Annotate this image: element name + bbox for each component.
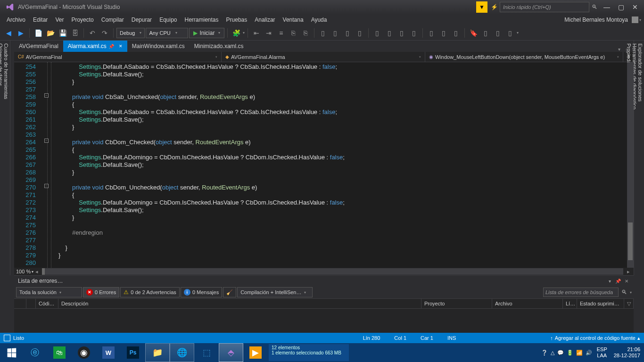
icon-n[interactable]: ▯ bbox=[504, 27, 516, 39]
solution-config-combo[interactable]: Debug bbox=[116, 28, 145, 38]
start-debug-button[interactable]: ▶Iniciar bbox=[189, 28, 224, 38]
signed-in-user[interactable]: Michel Bernales Montoya bbox=[564, 16, 628, 23]
menu-editar[interactable]: Editar bbox=[29, 16, 51, 23]
tab-minimizado[interactable]: Minimizado.xaml.cs bbox=[190, 41, 248, 52]
search-icon[interactable]: 🔍︎ bbox=[589, 4, 600, 10]
menu-proyecto[interactable]: Proyecto bbox=[67, 16, 97, 23]
format-icon[interactable]: ≡ bbox=[275, 27, 287, 39]
menu-herramientas[interactable]: Herramientas bbox=[181, 16, 223, 23]
tray-kb[interactable]: LAA bbox=[597, 353, 607, 359]
zoom-level[interactable]: 100 % bbox=[16, 269, 31, 274]
taskbar-word[interactable]: W bbox=[96, 343, 121, 362]
taskbar-media[interactable]: ▶ bbox=[243, 343, 268, 362]
taskbar-ie[interactable]: ⓔ bbox=[23, 343, 47, 362]
tray-chevron-up-icon[interactable]: △ bbox=[551, 350, 554, 356]
fold-box-icon[interactable]: − bbox=[44, 139, 49, 143]
indent-right-icon[interactable]: ⇥ bbox=[263, 27, 274, 39]
icon-l[interactable]: ▯ bbox=[480, 27, 491, 39]
panel-pin-icon[interactable]: 📌 bbox=[615, 279, 621, 284]
source-control-button[interactable]: ↑ Agregar al control de código fuente ▴ bbox=[550, 335, 640, 341]
icon-f[interactable]: ▯ bbox=[384, 27, 395, 39]
tray-clock[interactable]: 21:0628-12-2017 bbox=[610, 346, 644, 359]
nav-back-button[interactable]: ◀ bbox=[3, 27, 14, 39]
redo-button[interactable]: ↷ bbox=[99, 27, 110, 39]
taskbar-visualstudio[interactable]: ⬘ bbox=[219, 343, 243, 362]
icon-h[interactable]: ▯ bbox=[408, 27, 420, 39]
new-project-button[interactable]: 📄 bbox=[33, 27, 44, 39]
icon-j[interactable]: ▯ bbox=[438, 27, 449, 39]
icon-b[interactable]: ▯ bbox=[330, 27, 341, 39]
icon-g[interactable]: ▯ bbox=[396, 27, 407, 39]
taskbar-app1[interactable]: ◉ bbox=[72, 343, 96, 362]
hscroll-left-icon[interactable]: ◂ bbox=[33, 269, 40, 275]
messages-filter[interactable]: i0 Mensajes bbox=[181, 287, 222, 297]
warnings-filter[interactable]: ⚠0 de 2 Advertencias bbox=[120, 287, 180, 297]
menu-pruebas[interactable]: Pruebas bbox=[223, 16, 251, 23]
save-button[interactable]: 💾 bbox=[57, 27, 68, 39]
icon-k[interactable]: ▯ bbox=[450, 27, 462, 39]
open-file-button[interactable]: 📂 bbox=[45, 27, 56, 39]
tab-mainwindow[interactable]: MainWindow.xaml.cs bbox=[127, 41, 190, 52]
tab-alarma[interactable]: Alarma.xaml.cs📌 bbox=[63, 41, 127, 52]
fold-box-icon[interactable]: − bbox=[44, 184, 49, 188]
icon-i[interactable]: ▯ bbox=[426, 27, 437, 39]
build-intellisense-combo[interactable]: Compilación + IntelliSen… bbox=[237, 287, 313, 297]
tab-avgemmafinal[interactable]: AVGemmaFinal bbox=[14, 41, 63, 52]
taskbar-ps[interactable]: Ps bbox=[121, 343, 145, 362]
feedback-icon[interactable]: ⚡ bbox=[488, 4, 500, 10]
menu-archivo[interactable]: Archivo bbox=[3, 16, 29, 23]
icon-c[interactable]: ▯ bbox=[342, 27, 353, 39]
search-icon[interactable]: 🔍︎ bbox=[619, 289, 629, 296]
start-button[interactable] bbox=[0, 343, 23, 362]
taskbar-vscode[interactable]: ⬚ bbox=[194, 343, 219, 362]
action-center-icon[interactable]: 💬 bbox=[557, 350, 564, 356]
code-editor[interactable]: 254 255 256 257 258 259 260 261 262 263 … bbox=[14, 62, 634, 268]
tray-lang[interactable]: ESP bbox=[597, 346, 607, 353]
minimize-button[interactable]: — bbox=[600, 2, 614, 12]
taskbar-store[interactable]: 🛍 bbox=[47, 343, 72, 362]
errors-filter[interactable]: ✕0 Errores bbox=[83, 287, 119, 297]
icon-d[interactable]: ▯ bbox=[354, 27, 365, 39]
quick-launch-input[interactable]: Inicio rápido (Ctrl+Q) bbox=[500, 2, 589, 12]
code-surface[interactable]: Settings.Default.ASabado = CbSab.IsCheck… bbox=[58, 62, 627, 268]
menu-analizar[interactable]: Analizar bbox=[251, 16, 279, 23]
menu-equipo[interactable]: Equipo bbox=[156, 16, 181, 23]
right-tab-solution-explorer[interactable]: Explorador de soluciones bbox=[637, 43, 643, 269]
indent-left-icon[interactable]: ⇤ bbox=[251, 27, 262, 39]
volume-icon[interactable]: 🔊 bbox=[586, 350, 592, 356]
menu-depurar[interactable]: Depurar bbox=[128, 16, 156, 23]
clear-filter-button[interactable]: 🧹 bbox=[223, 287, 236, 297]
toolbar-icon[interactable]: 🧩 bbox=[231, 27, 242, 39]
right-tab-strip[interactable]: Explorador de soluciones Herramientas de… bbox=[634, 41, 644, 275]
comment-icon[interactable]: ⎘ bbox=[288, 27, 299, 39]
taskbar-explorer[interactable]: 📁 bbox=[145, 343, 170, 362]
help-icon[interactable]: ❔ bbox=[541, 350, 548, 356]
icon-m[interactable]: ▯ bbox=[492, 27, 504, 39]
close-button[interactable]: ✕ bbox=[628, 2, 642, 12]
error-scope-combo[interactable]: Toda la solución bbox=[16, 287, 82, 297]
menu-ver[interactable]: Ver bbox=[51, 16, 67, 23]
system-tray[interactable]: ❔ △ 💬 🔋 📶 🔊 bbox=[539, 350, 594, 356]
horizontal-scrollbar[interactable] bbox=[42, 268, 623, 275]
uncomment-icon[interactable]: ⎘ bbox=[300, 27, 311, 39]
outline-margin[interactable]: − − − bbox=[40, 62, 58, 268]
network-icon[interactable]: 📶 bbox=[576, 350, 583, 356]
error-search-input[interactable]: Lista de errores de búsqueda bbox=[543, 288, 619, 297]
taskbar-chrome[interactable]: 🌐 bbox=[170, 343, 194, 362]
icon-e[interactable]: ▯ bbox=[372, 27, 383, 39]
user-avatar-icon[interactable] bbox=[632, 16, 638, 23]
nav-fwd-button[interactable]: ▶ bbox=[15, 27, 26, 39]
maximize-button[interactable]: ▢ bbox=[614, 2, 628, 12]
tabs-dropdown-icon[interactable]: ▾ bbox=[615, 47, 623, 52]
menu-ayuda[interactable]: Ayuda bbox=[307, 16, 331, 23]
error-list-columns[interactable]: Códi… Descripción Proyecto Archivo Lí… E… bbox=[14, 298, 634, 309]
hscroll-right-icon[interactable]: ▸ bbox=[625, 269, 632, 275]
menu-compilar[interactable]: Compilar bbox=[98, 16, 128, 23]
save-all-button[interactable]: 🗄 bbox=[69, 27, 81, 39]
menu-ventana[interactable]: Ventana bbox=[279, 16, 307, 23]
icon-a[interactable]: ▯ bbox=[317, 27, 329, 39]
battery-icon[interactable]: 🔋 bbox=[567, 350, 573, 356]
bookmark-icon[interactable]: 🔖 bbox=[468, 27, 479, 39]
solution-platform-combo[interactable]: Any CPU bbox=[146, 28, 188, 38]
nav-class-combo[interactable]: ◆AVGemmaFinal.Alarma bbox=[222, 52, 425, 62]
